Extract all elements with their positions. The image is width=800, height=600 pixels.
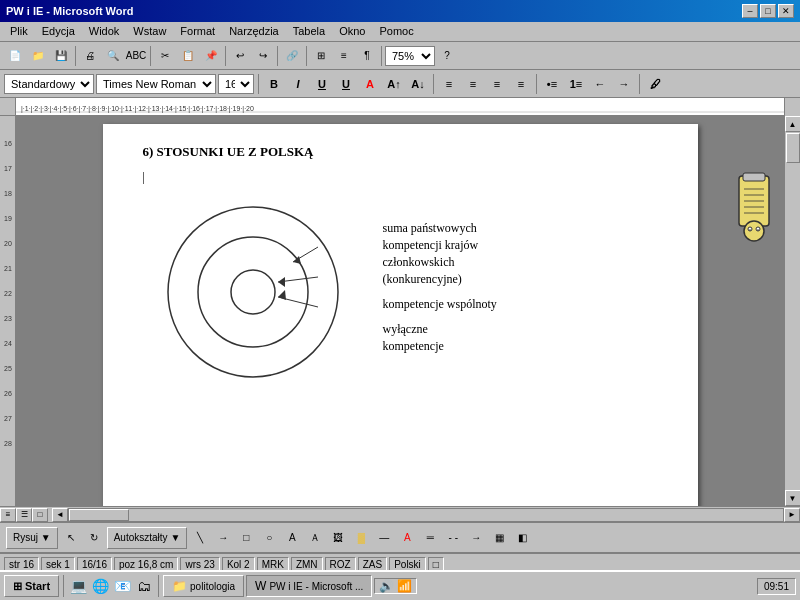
menu-file[interactable]: Plik <box>4 24 34 39</box>
clipart-tool[interactable]: 🖼 <box>328 528 348 548</box>
save-button[interactable]: 💾 <box>50 45 72 67</box>
window-controls[interactable]: – □ ✕ <box>742 4 794 18</box>
indent-inc-button[interactable]: → <box>613 73 635 95</box>
spellcheck-button[interactable]: ABC <box>125 45 147 67</box>
copy-button[interactable]: 📋 <box>177 45 199 67</box>
close-button[interactable]: ✕ <box>778 4 794 18</box>
separator-3 <box>225 46 226 66</box>
start-button[interactable]: ⊞ Start <box>4 575 59 597</box>
cut-button[interactable]: ✂ <box>154 45 176 67</box>
font-size-inc-button[interactable]: A↑ <box>383 73 405 95</box>
new-button[interactable]: 📄 <box>4 45 26 67</box>
normal-view-button[interactable]: ≡ <box>0 508 16 522</box>
ellipse-tool[interactable]: ○ <box>259 528 279 548</box>
font-color-tool[interactable]: A <box>397 528 417 548</box>
fmt-sep-4 <box>639 74 640 94</box>
3d-tool[interactable]: ◧ <box>512 528 532 548</box>
scroll-down-button[interactable]: ▼ <box>785 490 801 506</box>
vertical-scrollbar[interactable]: ▲ ▼ <box>784 116 800 506</box>
table-button[interactable]: ⊞ <box>310 45 332 67</box>
shadow-tool[interactable]: ▦ <box>489 528 509 548</box>
line-color-tool[interactable]: — <box>374 528 394 548</box>
rysuj-button[interactable]: Rysuj ▼ <box>6 527 58 549</box>
arrow-tool[interactable]: → <box>213 528 233 548</box>
taskbar-icon-3[interactable]: 📧 <box>112 576 132 596</box>
zoom-combo[interactable]: 75%100%50% <box>385 46 435 66</box>
line-tool[interactable]: ╲ <box>190 528 210 548</box>
align-right-button[interactable]: ≡ <box>486 73 508 95</box>
taskbar-icon-4[interactable]: 🗂 <box>134 576 154 596</box>
bold-button[interactable]: B <box>263 73 285 95</box>
maximize-button[interactable]: □ <box>760 4 776 18</box>
fill-color-tool[interactable]: ▓ <box>351 528 371 548</box>
align-left-button[interactable]: ≡ <box>438 73 460 95</box>
menu-insert[interactable]: Wstaw <box>127 24 172 39</box>
select-tool[interactable]: ↖ <box>61 528 81 548</box>
print-button[interactable]: 🖨 <box>79 45 101 67</box>
align-center-button[interactable]: ≡ <box>462 73 484 95</box>
scroll-left-button[interactable]: ◄ <box>52 508 68 522</box>
menu-view[interactable]: Widok <box>83 24 126 39</box>
size-combo[interactable]: 161214 <box>218 74 254 94</box>
underline2-button[interactable]: U <box>335 73 357 95</box>
indent-dec-button[interactable]: ← <box>589 73 611 95</box>
menu-tools[interactable]: Narzędzia <box>223 24 285 39</box>
show-hide-button[interactable]: ¶ <box>356 45 378 67</box>
justify-button[interactable]: ≡ <box>510 73 532 95</box>
autoksztalty-button[interactable]: Autokształty ▼ <box>107 527 188 549</box>
hyperlink-button[interactable]: 🔗 <box>281 45 303 67</box>
font-size-dec-button[interactable]: A↓ <box>407 73 429 95</box>
taskbar-icon-2[interactable]: 🌐 <box>90 576 110 596</box>
horizontal-scrollbar[interactable]: ≡ ☰ □ ◄ ► <box>0 506 800 522</box>
task-politologia[interactable]: 📁 politologia <box>163 575 244 597</box>
label-3: członkowskich <box>383 255 497 270</box>
menu-table[interactable]: Tabela <box>287 24 331 39</box>
highlight-button[interactable]: 🖊 <box>644 73 666 95</box>
arrow-style-tool[interactable]: → <box>466 528 486 548</box>
underline-button[interactable]: U <box>311 73 333 95</box>
svg-rect-3 <box>0 116 16 506</box>
h-scroll-track[interactable] <box>68 508 784 522</box>
svg-text:22: 22 <box>4 290 12 297</box>
rect-tool[interactable]: □ <box>236 528 256 548</box>
open-button[interactable]: 📁 <box>27 45 49 67</box>
rotate-tool[interactable]: ↻ <box>84 528 104 548</box>
font-combo[interactable]: Times New Roman <box>96 74 216 94</box>
taskbar-sep <box>63 575 64 597</box>
redo-button[interactable]: ↪ <box>252 45 274 67</box>
print-preview-button[interactable]: 🔍 <box>102 45 124 67</box>
menu-window[interactable]: Okno <box>333 24 371 39</box>
scroll-up-button[interactable]: ▲ <box>785 116 801 132</box>
label-5: kompetencje wspólnoty <box>383 297 497 312</box>
menu-edit[interactable]: Edycja <box>36 24 81 39</box>
scroll-thumb[interactable] <box>786 133 800 163</box>
undo-button[interactable]: ↩ <box>229 45 251 67</box>
textbox-tool[interactable]: A <box>282 528 302 548</box>
document-area[interactable]: 6) STOSUNKI UE Z POLSKĄ | <box>16 116 784 506</box>
task-msword[interactable]: W PW i IE - Microsoft ... <box>246 575 372 597</box>
bullets-button[interactable]: •≡ <box>541 73 563 95</box>
style-combo[interactable]: Standardowy <box>4 74 94 94</box>
minimize-button[interactable]: – <box>742 4 758 18</box>
wordart-tool[interactable]: Ａ <box>305 528 325 548</box>
font-color-button[interactable]: A <box>359 73 381 95</box>
italic-button[interactable]: I <box>287 73 309 95</box>
paste-button[interactable]: 📌 <box>200 45 222 67</box>
numbering-button[interactable]: 1≡ <box>565 73 587 95</box>
taskbar-icon-1[interactable]: 💻 <box>68 576 88 596</box>
columns-button[interactable]: ≡ <box>333 45 355 67</box>
svg-text:19: 19 <box>4 215 12 222</box>
line-style-tool[interactable]: ═ <box>420 528 440 548</box>
dash-style-tool[interactable]: - - <box>443 528 463 548</box>
scroll-right-button[interactable]: ► <box>784 508 800 522</box>
page-view-button[interactable]: □ <box>32 508 48 522</box>
scroll-track[interactable] <box>785 132 800 490</box>
menu-help[interactable]: Pomoc <box>373 24 419 39</box>
menu-format[interactable]: Format <box>174 24 221 39</box>
ruler-area: |·1·|·2·|·3·|·4·|·5·|·6·|·7·|·8·|·9·|·10… <box>0 98 800 116</box>
outline-view-button[interactable]: ☰ <box>16 508 32 522</box>
h-scroll-thumb[interactable] <box>69 509 129 521</box>
help-button[interactable]: ? <box>436 45 458 67</box>
svg-text:16: 16 <box>4 140 12 147</box>
svg-text:20: 20 <box>4 240 12 247</box>
